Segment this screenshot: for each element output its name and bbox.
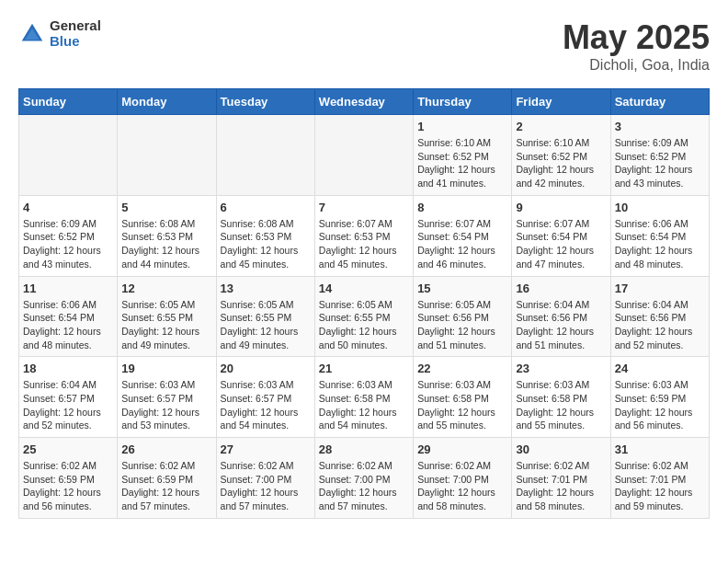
calendar-cell: 18Sunrise: 6:04 AM Sunset: 6:57 PM Dayli…: [19, 357, 118, 438]
day-number: 11: [23, 282, 113, 295]
week-row-2: 4Sunrise: 6:09 AM Sunset: 6:52 PM Daylig…: [19, 195, 710, 276]
day-info: Sunrise: 6:03 AM Sunset: 6:59 PM Dayligh…: [615, 378, 705, 432]
day-info: Sunrise: 6:02 AM Sunset: 7:00 PM Dayligh…: [319, 459, 409, 513]
day-info: Sunrise: 6:03 AM Sunset: 6:57 PM Dayligh…: [221, 378, 311, 432]
calendar-cell: 19Sunrise: 6:03 AM Sunset: 6:57 PM Dayli…: [118, 357, 216, 438]
calendar-cell: 5Sunrise: 6:08 AM Sunset: 6:53 PM Daylig…: [118, 195, 216, 276]
day-number: 12: [121, 282, 211, 295]
day-info: Sunrise: 6:02 AM Sunset: 7:00 PM Dayligh…: [417, 459, 507, 513]
day-info: Sunrise: 6:09 AM Sunset: 6:52 PM Dayligh…: [23, 217, 113, 271]
day-number: 30: [516, 442, 606, 456]
day-number: 22: [417, 362, 507, 375]
calendar-cell: 20Sunrise: 6:03 AM Sunset: 6:57 PM Dayli…: [216, 357, 314, 438]
day-number: 4: [23, 201, 113, 214]
calendar-cell: 21Sunrise: 6:03 AM Sunset: 6:58 PM Dayli…: [314, 357, 413, 438]
day-info: Sunrise: 6:06 AM Sunset: 6:54 PM Dayligh…: [23, 298, 113, 352]
calendar-cell: [118, 115, 216, 196]
day-number: 8: [417, 201, 507, 214]
day-info: Sunrise: 6:07 AM Sunset: 6:54 PM Dayligh…: [516, 217, 606, 271]
day-number: 1: [417, 120, 507, 133]
calendar-cell: 9Sunrise: 6:07 AM Sunset: 6:54 PM Daylig…: [512, 195, 610, 276]
calendar-cell: 8Sunrise: 6:07 AM Sunset: 6:54 PM Daylig…: [414, 195, 512, 276]
day-info: Sunrise: 6:07 AM Sunset: 6:53 PM Dayligh…: [319, 217, 409, 271]
day-number: 17: [615, 282, 705, 295]
day-number: 2: [516, 120, 606, 133]
calendar-cell: [314, 115, 413, 196]
day-number: 29: [417, 442, 507, 456]
day-number: 13: [221, 282, 311, 295]
day-info: Sunrise: 6:10 AM Sunset: 6:52 PM Dayligh…: [417, 136, 507, 190]
day-info: Sunrise: 6:02 AM Sunset: 7:01 PM Dayligh…: [615, 459, 705, 513]
day-info: Sunrise: 6:05 AM Sunset: 6:55 PM Dayligh…: [319, 298, 409, 352]
day-number: 3: [615, 120, 705, 133]
calendar-cell: 15Sunrise: 6:05 AM Sunset: 6:56 PM Dayli…: [414, 276, 512, 357]
day-number: 28: [319, 442, 409, 456]
day-info: Sunrise: 6:02 AM Sunset: 6:59 PM Dayligh…: [121, 459, 211, 513]
day-number: 25: [23, 442, 113, 456]
calendar-cell: 31Sunrise: 6:02 AM Sunset: 7:01 PM Dayli…: [610, 438, 709, 519]
day-info: Sunrise: 6:10 AM Sunset: 6:52 PM Dayligh…: [516, 136, 606, 190]
day-info: Sunrise: 6:02 AM Sunset: 7:00 PM Dayligh…: [221, 459, 311, 513]
calendar-cell: 7Sunrise: 6:07 AM Sunset: 6:53 PM Daylig…: [314, 195, 413, 276]
weekday-header-friday: Friday: [512, 89, 610, 115]
day-number: 9: [516, 201, 606, 214]
day-number: 14: [319, 282, 409, 295]
day-info: Sunrise: 6:03 AM Sunset: 6:58 PM Dayligh…: [319, 378, 409, 432]
calendar-cell: 28Sunrise: 6:02 AM Sunset: 7:00 PM Dayli…: [314, 438, 413, 519]
day-number: 18: [23, 362, 113, 375]
day-number: 10: [615, 201, 705, 214]
day-info: Sunrise: 6:02 AM Sunset: 7:01 PM Dayligh…: [516, 459, 606, 513]
calendar-cell: 1Sunrise: 6:10 AM Sunset: 6:52 PM Daylig…: [414, 115, 512, 196]
title-block: May 2025 Dicholi, Goa, India: [563, 18, 710, 74]
logo-general-label: General: [50, 18, 101, 34]
day-info: Sunrise: 6:09 AM Sunset: 6:52 PM Dayligh…: [615, 136, 705, 190]
calendar-cell: 16Sunrise: 6:04 AM Sunset: 6:56 PM Dayli…: [512, 276, 610, 357]
day-info: Sunrise: 6:03 AM Sunset: 6:57 PM Dayligh…: [121, 378, 211, 432]
calendar-cell: 13Sunrise: 6:05 AM Sunset: 6:55 PM Dayli…: [216, 276, 314, 357]
weekday-header-saturday: Saturday: [610, 89, 709, 115]
calendar-cell: 14Sunrise: 6:05 AM Sunset: 6:55 PM Dayli…: [314, 276, 413, 357]
day-number: 31: [615, 442, 705, 456]
day-number: 27: [221, 442, 311, 456]
logo-icon: [18, 20, 46, 48]
day-number: 6: [221, 201, 311, 214]
calendar-cell: 27Sunrise: 6:02 AM Sunset: 7:00 PM Dayli…: [216, 438, 314, 519]
calendar-cell: 29Sunrise: 6:02 AM Sunset: 7:00 PM Dayli…: [414, 438, 512, 519]
day-info: Sunrise: 6:02 AM Sunset: 6:59 PM Dayligh…: [23, 459, 113, 513]
day-number: 16: [516, 282, 606, 295]
day-number: 26: [121, 442, 211, 456]
day-number: 5: [121, 201, 211, 214]
calendar-cell: 12Sunrise: 6:05 AM Sunset: 6:55 PM Dayli…: [118, 276, 216, 357]
calendar-cell: 17Sunrise: 6:04 AM Sunset: 6:56 PM Dayli…: [610, 276, 709, 357]
calendar-cell: 26Sunrise: 6:02 AM Sunset: 6:59 PM Dayli…: [118, 438, 216, 519]
logo-text: General Blue: [50, 18, 101, 49]
day-info: Sunrise: 6:03 AM Sunset: 6:58 PM Dayligh…: [417, 378, 507, 432]
day-info: Sunrise: 6:04 AM Sunset: 6:56 PM Dayligh…: [516, 298, 606, 352]
logo-blue-label: Blue: [50, 34, 101, 50]
day-info: Sunrise: 6:07 AM Sunset: 6:54 PM Dayligh…: [417, 217, 507, 271]
calendar-cell: 23Sunrise: 6:03 AM Sunset: 6:58 PM Dayli…: [512, 357, 610, 438]
day-number: 15: [417, 282, 507, 295]
calendar-cell: 22Sunrise: 6:03 AM Sunset: 6:58 PM Dayli…: [414, 357, 512, 438]
weekday-header-tuesday: Tuesday: [216, 89, 314, 115]
day-info: Sunrise: 6:08 AM Sunset: 6:53 PM Dayligh…: [121, 217, 211, 271]
week-row-1: 1Sunrise: 6:10 AM Sunset: 6:52 PM Daylig…: [19, 115, 710, 196]
calendar-cell: 10Sunrise: 6:06 AM Sunset: 6:54 PM Dayli…: [610, 195, 709, 276]
weekday-header-monday: Monday: [118, 89, 216, 115]
weekday-header-thursday: Thursday: [414, 89, 512, 115]
calendar-cell: 6Sunrise: 6:08 AM Sunset: 6:53 PM Daylig…: [216, 195, 314, 276]
day-number: 20: [221, 362, 311, 375]
week-row-3: 11Sunrise: 6:06 AM Sunset: 6:54 PM Dayli…: [19, 276, 710, 357]
day-info: Sunrise: 6:05 AM Sunset: 6:56 PM Dayligh…: [417, 298, 507, 352]
page-header: General Blue May 2025 Dicholi, Goa, Indi…: [18, 18, 710, 74]
calendar-location: Dicholi, Goa, India: [563, 57, 710, 74]
day-number: 23: [516, 362, 606, 375]
calendar-cell: [19, 115, 118, 196]
calendar-cell: 2Sunrise: 6:10 AM Sunset: 6:52 PM Daylig…: [512, 115, 610, 196]
day-info: Sunrise: 6:05 AM Sunset: 6:55 PM Dayligh…: [121, 298, 211, 352]
day-number: 19: [121, 362, 211, 375]
day-number: 7: [319, 201, 409, 214]
calendar-cell: 30Sunrise: 6:02 AM Sunset: 7:01 PM Dayli…: [512, 438, 610, 519]
calendar-cell: 24Sunrise: 6:03 AM Sunset: 6:59 PM Dayli…: [610, 357, 709, 438]
calendar-cell: 4Sunrise: 6:09 AM Sunset: 6:52 PM Daylig…: [19, 195, 118, 276]
